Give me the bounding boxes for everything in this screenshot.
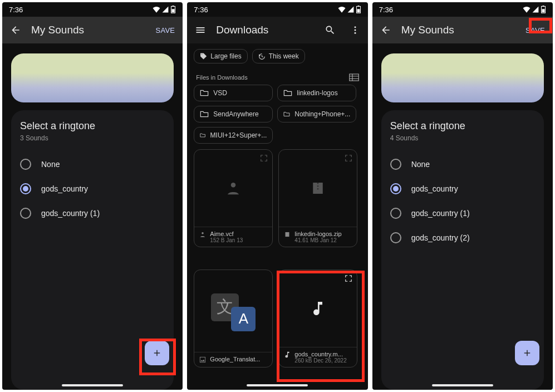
chip-large-files[interactable]: Large files	[194, 49, 247, 63]
folder-item[interactable]: MIUI+12+Super+...	[194, 127, 273, 144]
ringtone-label: gods_country (2)	[411, 233, 470, 242]
wifi-icon	[338, 6, 346, 13]
file-card[interactable]: gods_country.m...260 kB Dec 26, 2022	[278, 270, 357, 367]
radio-unselected-icon	[390, 232, 401, 243]
menu-icon[interactable]	[195, 24, 206, 36]
folder-label: MIUI+12+Super+...	[210, 131, 267, 139]
svg-point-13	[231, 183, 236, 188]
clock: 7:36	[379, 6, 393, 14]
folder-icon	[283, 110, 290, 118]
file-card[interactable]: Aime.vcf152 B Jan 13	[194, 149, 273, 247]
file-name: Aime.vcf	[210, 231, 243, 237]
chip-label: Large files	[210, 52, 241, 60]
svg-rect-1	[173, 6, 174, 6]
save-button[interactable]: SAVE	[525, 26, 545, 35]
zip-icon	[310, 180, 326, 197]
file-meta: 41.61 MB Jan 12	[294, 237, 341, 243]
svg-rect-5	[357, 9, 360, 12]
ringtone-option[interactable]: None	[20, 152, 165, 177]
search-icon[interactable]	[325, 24, 336, 36]
folder-label: Nothing+Phone+...	[294, 110, 350, 118]
section-title: Select a ringtone	[20, 120, 165, 132]
tag-icon	[200, 53, 207, 60]
history-icon	[258, 53, 266, 60]
file-name: gods_country.m...	[294, 351, 346, 357]
ringtone-option[interactable]: gods_country	[390, 177, 535, 201]
plus-icon	[152, 348, 162, 358]
app-bar: My Sounds SAVE	[2, 17, 183, 43]
folder-label: linkedin-logos	[297, 89, 337, 97]
battery-icon	[170, 6, 176, 13]
svg-rect-19	[286, 232, 289, 237]
ringtone-label: gods_country (1)	[411, 209, 470, 218]
ringtone-option[interactable]: gods_country (1)	[20, 201, 165, 226]
battery-icon	[541, 6, 546, 13]
file-meta: 260 kB Dec 26, 2022	[294, 357, 346, 364]
expand-icon[interactable]	[345, 154, 352, 162]
status-bar: 7:36	[372, 2, 553, 17]
zip-small-icon	[283, 231, 291, 238]
save-button[interactable]: SAVE	[155, 26, 175, 35]
hero-banner	[11, 53, 174, 102]
svg-rect-16	[317, 183, 319, 184]
screen-2-downloads: 7:36 Downloads Large files This week Fil…	[187, 2, 367, 390]
ringtone-option[interactable]: gods_country (1)	[390, 201, 535, 226]
svg-point-8	[354, 32, 356, 34]
folder-item[interactable]: SendAnywhere	[194, 106, 273, 122]
ringtone-option[interactable]: None	[390, 152, 535, 177]
signal-icon	[532, 6, 539, 13]
radio-unselected-icon	[390, 159, 401, 170]
back-icon[interactable]	[380, 24, 391, 36]
back-icon[interactable]	[10, 24, 21, 36]
page-title: Downloads	[216, 24, 314, 36]
chip-label: This week	[269, 52, 299, 60]
ringtone-label: gods_country	[411, 184, 458, 193]
nav-handle	[62, 384, 123, 386]
chip-this-week[interactable]: This week	[252, 49, 305, 63]
svg-point-6	[354, 26, 356, 28]
add-button[interactable]	[515, 341, 539, 365]
svg-rect-18	[317, 188, 319, 190]
more-icon[interactable]	[350, 24, 360, 36]
page-title: My Sounds	[31, 24, 145, 36]
file-card[interactable]: 文AGoogle_Translat...	[194, 270, 273, 367]
svg-rect-4	[357, 6, 359, 6]
clock: 7:36	[9, 6, 23, 14]
svg-rect-2	[172, 9, 175, 12]
file-card[interactable]: linkedin-logos.zip41.61 MB Jan 12	[278, 149, 357, 247]
folder-item[interactable]: VSD	[194, 85, 273, 101]
ringtone-label: None	[41, 160, 60, 169]
status-icons	[523, 6, 546, 13]
add-button[interactable]	[145, 341, 169, 365]
folder-item[interactable]: linkedin-logos	[277, 85, 356, 101]
status-icons	[153, 6, 176, 13]
section-count: 4 Sounds	[390, 134, 535, 142]
status-icons	[338, 6, 361, 13]
expand-icon[interactable]	[345, 275, 352, 282]
radio-unselected-icon	[390, 208, 401, 219]
hero-banner	[381, 53, 544, 102]
app-bar: Downloads	[187, 17, 367, 43]
section-title: Select a ringtone	[390, 120, 535, 132]
folder-icon	[200, 110, 209, 118]
folder-icon	[283, 89, 292, 97]
view-toggle-icon[interactable]	[349, 74, 359, 81]
screen-1-my-sounds: 7:36 My Sounds SAVE Select a ringtone 3 …	[2, 2, 183, 390]
wifi-icon	[153, 6, 160, 13]
files-header: Files in Downloads	[196, 74, 247, 81]
expand-icon[interactable]	[260, 154, 268, 162]
folder-icon	[200, 131, 205, 139]
file-meta: 152 B Jan 13	[210, 237, 243, 243]
signal-icon	[347, 6, 354, 13]
folder-icon	[200, 89, 209, 97]
nav-handle	[432, 384, 493, 386]
ringtone-option[interactable]: gods_country (2)	[390, 226, 535, 250]
ringtone-option[interactable]: gods_country	[20, 177, 165, 201]
svg-rect-20	[200, 357, 205, 362]
status-bar: 7:36	[187, 2, 367, 17]
ringtone-label: None	[411, 160, 430, 169]
folder-item[interactable]: Nothing+Phone+...	[277, 106, 356, 122]
file-name: linkedin-logos.zip	[294, 231, 341, 237]
folder-label: VSD	[213, 89, 227, 97]
clock: 7:36	[194, 6, 208, 14]
